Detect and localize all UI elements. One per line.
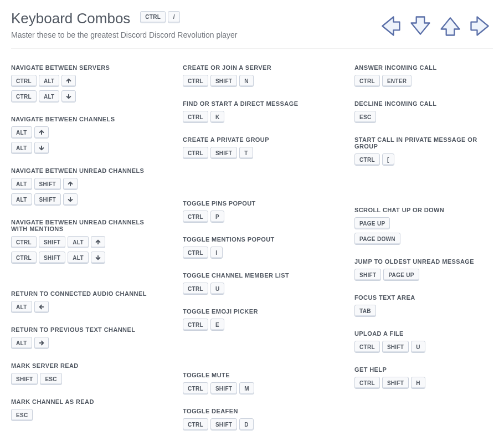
key-alt: ALT (11, 126, 32, 139)
key-ctrl: CTRL (11, 75, 37, 87)
key-↑ (61, 75, 76, 87)
key-ctrl: CTRL (11, 90, 37, 102)
combo-group: MARK SERVER READSHIFTESC (11, 362, 150, 388)
key-ctrl: CTRL (183, 418, 208, 430)
key-row: CTRLENTER (354, 75, 493, 87)
combo-group: FIND OR START A DIRECT MESSAGECTRLK (183, 100, 321, 126)
combo-title: NAVIGATE BETWEEN UNREAD CHANNELS WITH ME… (11, 219, 150, 232)
combo-group: NAVIGATE BETWEEN UNREAD CHANNELS WITH ME… (11, 219, 150, 267)
key-ctrl: CTRL (354, 153, 380, 166)
key-m: M (239, 382, 254, 394)
key-u: U (411, 341, 425, 353)
combo-title: UPLOAD A FILE (354, 330, 493, 337)
key-row: ALT (11, 126, 150, 139)
key-ctrl: CTRL (140, 11, 166, 23)
key-ctrl: CTRL (183, 147, 208, 159)
key-n: N (239, 75, 254, 87)
combo-title: ANSWER INCOMING CALL (354, 64, 493, 71)
combo-title: TOGGLE CHANNEL MEMBER LIST (183, 272, 321, 279)
key-row: CTRLSHIFTN (183, 75, 321, 87)
key-page-up: PAGE UP (383, 269, 419, 281)
combo-title: FOCUS TEXT AREA (354, 294, 493, 301)
key-alt: ALT (11, 193, 32, 206)
key-page-down: PAGE DOWN (354, 233, 400, 245)
key-row: CTRLP (183, 211, 321, 223)
key-↑ (63, 178, 78, 190)
key-row: CTRLE (183, 319, 321, 331)
key-ctrl: CTRL (183, 247, 208, 259)
combo-title: NAVIGATE BETWEEN UNREAD CHANNELS (11, 167, 150, 174)
key-row: ALT (11, 142, 150, 154)
combo-title: JUMP TO OLDEST UNREAD MESSAGE (354, 258, 493, 265)
key-enter: ENTER (382, 75, 412, 87)
key-ctrl: CTRL (183, 319, 208, 331)
key-row: CTRLALT (11, 90, 150, 102)
key-row: ESC (11, 409, 150, 421)
combo-title: MARK CHANNEL AS READ (11, 398, 150, 405)
combo-group: TOGGLE PINS POPOUTCTRLP (183, 200, 321, 226)
key-esc: ESC (11, 409, 33, 421)
key-shift: SHIFT (210, 382, 237, 394)
combo-group: DECLINE INCOMING CALLESC (354, 100, 493, 126)
column-2: ANSWER INCOMING CALLCTRLENTERDECLINE INC… (354, 64, 493, 444)
ddr-arrows (378, 10, 493, 39)
combo-title: NAVIGATE BETWEEN CHANNELS (11, 116, 150, 122)
key-row: CTRLSHIFTH (354, 377, 493, 389)
key-row: CTRLSHIFTD (183, 418, 321, 430)
key-ctrl: CTRL (183, 382, 208, 394)
key-row: SHIFTESC (11, 373, 150, 385)
key-row: CTRLSHIFTU (354, 341, 493, 353)
shortcut-columns: NAVIGATE BETWEEN SERVERSCTRLALTCTRLALTNA… (11, 64, 493, 444)
page-title: Keyboard Combos (11, 10, 130, 27)
arrow-up-icon (438, 13, 463, 39)
arrow-right-icon (467, 13, 493, 39)
combo-title: TOGGLE MUTE (183, 372, 321, 378)
key-row: CTRLSHIFTT (183, 147, 321, 159)
key-row: CTRLI (183, 247, 321, 259)
key-u: U (210, 283, 225, 295)
key-shift: SHIFT (210, 147, 237, 159)
key-row: ALT (11, 337, 150, 349)
key-alt: ALT (39, 75, 60, 87)
combo-title: FIND OR START A DIRECT MESSAGE (183, 100, 321, 107)
key-row: PAGE DOWN (354, 233, 493, 245)
key-shift: SHIFT (210, 418, 237, 430)
key-shift: SHIFT (11, 373, 38, 385)
combo-title: START CALL IN PRIVATE MESSAGE OR GROUP (354, 136, 493, 150)
combo-title: TOGGLE DEAFEN (183, 408, 321, 414)
combo-title: MARK SERVER READ (11, 362, 150, 369)
combo-group: RETURN TO CONNECTED AUDIO CHANNELALT (11, 290, 150, 316)
combo-group: CREATE A PRIVATE GROUPCTRLSHIFTT (183, 136, 321, 162)
key-esc: ESC (354, 111, 376, 123)
key-row: CTRLSHIFTM (183, 382, 321, 394)
combo-title: NAVIGATE BETWEEN SERVERS (11, 64, 150, 71)
key-shift: SHIFT (39, 252, 65, 264)
key-row: ALTSHIFT (11, 178, 150, 190)
combo-group: TOGGLE DEAFENCTRLSHIFTD (183, 408, 321, 434)
key-shift: SHIFT (34, 193, 61, 206)
combo-title: TOGGLE MENTIONS POPOUT (183, 236, 321, 243)
key-tab: TAB (354, 305, 376, 317)
combo-group: TOGGLE CHANNEL MEMBER LISTCTRLU (183, 272, 321, 298)
key-↓ (91, 252, 105, 264)
combo-group: RETURN TO PREVIOUS TEXT CHANNELALT (11, 326, 150, 352)
key-ctrl: CTRL (354, 341, 380, 353)
key-row: CTRLK (183, 111, 321, 123)
key-ctrl: CTRL (183, 75, 208, 87)
key-alt: ALT (11, 337, 32, 349)
key-row: CTRL[ (354, 153, 493, 166)
key-← (34, 301, 49, 313)
combo-group: GET HELPCTRLSHIFTH (354, 366, 493, 392)
key-h: H (411, 377, 425, 389)
key-↑ (91, 236, 105, 248)
arrow-left-icon (378, 13, 403, 39)
combo-title: CREATE A PRIVATE GROUP (183, 136, 321, 143)
key-ctrl: CTRL (11, 252, 37, 264)
key-shift: SHIFT (39, 236, 65, 248)
combo-group: FOCUS TEXT AREATAB (354, 294, 493, 320)
key-d: D (239, 418, 254, 430)
combo-group: CREATE OR JOIN A SERVERCTRLSHIFTN (183, 64, 321, 90)
combo-group: TOGGLE EMOJI PICKERCTRLE (183, 308, 321, 334)
combo-group: START CALL IN PRIVATE MESSAGE OR GROUPCT… (354, 136, 493, 169)
combo-group: SCROLL CHAT UP OR DOWNPAGE UPPAGE DOWN (354, 207, 493, 248)
